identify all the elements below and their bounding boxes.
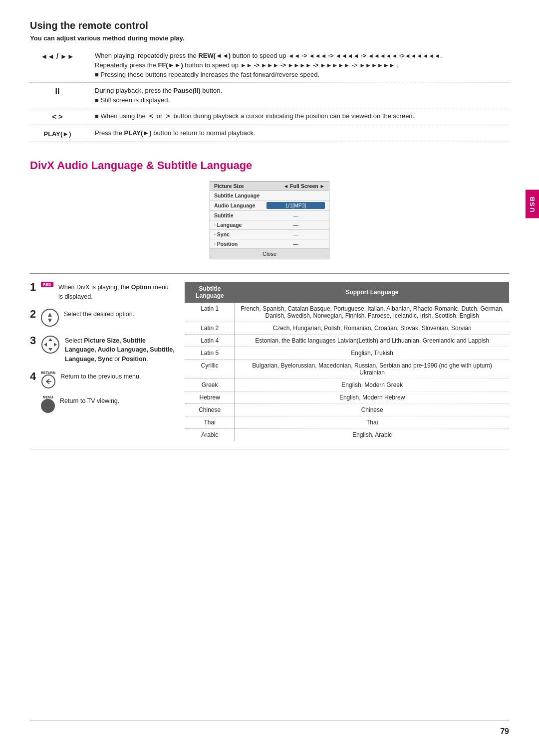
remote-section-subtitle: You can adjust various method during mov…	[30, 34, 509, 42]
pause-line2: ■ Still screen is displayed.	[95, 96, 504, 104]
picture-size-value: ◄ Full Screen ►	[283, 183, 325, 189]
language-label: · Language	[214, 222, 267, 228]
table-row: ◄◄ / ►► When playing, repeatedly press t…	[30, 48, 509, 83]
remote-section: Using the remote control You can adjust …	[30, 20, 509, 142]
svg-marker-7	[48, 348, 52, 351]
subtitle-lang-cell: Greek	[185, 379, 235, 391]
pause-desc: During playback, press the Pause(II) but…	[85, 83, 509, 108]
lang-table-row: Latin 5English, Trukish	[185, 347, 509, 360]
divx-menu-language-row: · Language —	[210, 220, 329, 230]
subtitle-lang-cell: Hebrew	[185, 391, 235, 404]
step-3-icon	[41, 335, 60, 356]
lr-line1: ■ When using the < or > button during pl…	[95, 112, 504, 120]
step-1-number: 1	[30, 282, 38, 293]
subtitle-lang-cell: Latin 1	[185, 303, 235, 322]
step-3-row: 3 Select Picture Size, Subtitle Lang	[30, 335, 175, 364]
play-icon: PLAY(►)	[43, 130, 71, 138]
subtitle-lang-cell: Arabic	[185, 429, 235, 441]
rew-ff-icon: ◄◄ / ►►	[40, 52, 74, 60]
support-lang-cell: Czech, Hungarian, Polish, Romanian, Croa…	[235, 322, 509, 335]
pause-line1: During playback, press the Pause(II) but…	[95, 87, 504, 94]
up-down-nav-icon	[41, 309, 59, 327]
lang-table-row: ArabicEnglish, Arabic	[185, 429, 509, 441]
divx-menu-sync-row: · Sync —	[210, 230, 329, 239]
play-desc: Press the PLAY(►) button to return to no…	[85, 125, 509, 142]
divx-menu-box: Picture Size ◄ Full Screen ► Subtitle La…	[210, 181, 329, 259]
divx-menu-header: Picture Size ◄ Full Screen ►	[210, 182, 329, 191]
table-row: < > ■ When using the < or > button durin…	[30, 108, 509, 125]
menu-label: MENU	[43, 395, 53, 399]
divx-menu-audio-lang-row: Audio Language 1/1[MP3]	[210, 200, 329, 211]
support-lang-cell: English, Modern Greek	[235, 379, 509, 391]
support-lang-cell: French, Spanish, Catalan Basque, Portugu…	[235, 303, 509, 322]
step-4-icon: RETURN	[41, 371, 55, 388]
lang-table-row: Latin 2Czech, Hungarian, Polish, Romania…	[185, 322, 509, 335]
lang-table-row: ThaiThai	[185, 416, 509, 429]
step-2-row: 2 Select the desired option.	[30, 309, 175, 328]
lr-desc: ■ When using the < or > button during pl…	[85, 108, 509, 125]
play-icon-cell: PLAY(►)	[30, 125, 85, 142]
language-support-table: Subtitle Language Support Language Latin…	[185, 282, 509, 441]
audio-lang-value: 1/1[MP3]	[267, 202, 325, 209]
step-1-text: When DivX is playing, the Option menu is…	[58, 282, 175, 302]
dpad-icon	[41, 335, 60, 354]
lang-table-row: ChineseChinese	[185, 404, 509, 416]
lang-table-row: HebrewEnglish, Modern Hebrew	[185, 391, 509, 404]
position-value: —	[267, 241, 325, 247]
usb-sidebar-label: USB	[526, 189, 539, 218]
step-4-num-icon: 4 RETURN	[30, 371, 55, 388]
lr-icon-cell: < >	[30, 108, 85, 125]
step-1-icon: RED	[41, 282, 53, 287]
step-2-number: 2	[30, 309, 38, 320]
svg-marker-5	[54, 343, 57, 347]
bottom-divider	[30, 721, 509, 721]
support-lang-cell: English, Arabic	[235, 429, 509, 441]
svg-point-0	[41, 309, 58, 326]
support-lang-header: Support Language	[235, 282, 509, 303]
rew-ff-line2: Repeatedly press the FF(►►) button to sp…	[95, 61, 504, 69]
divx-menu-subtitle-lang-row: Subtitle Language	[210, 191, 329, 200]
svg-marker-6	[48, 338, 52, 341]
svg-marker-1	[48, 313, 52, 317]
step-3-number: 3	[30, 335, 38, 346]
step-5-num-icon: 5 MENU	[30, 395, 55, 413]
divx-menu-close[interactable]: Close	[210, 249, 329, 259]
support-lang-cell: Chinese	[235, 404, 509, 416]
step-1-num-icon: 1 RED	[30, 282, 53, 293]
subtitle-lang-cell: Chinese	[185, 404, 235, 416]
step-5-icon: MENU	[41, 395, 55, 413]
return-button-icon	[41, 375, 55, 388]
remote-control-table: ◄◄ / ►► When playing, repeatedly press t…	[30, 48, 509, 142]
subtitle-lang-cell: Latin 2	[185, 322, 235, 335]
divx-section: DivX Audio Language & Subtitle Language …	[30, 154, 509, 449]
page-number: 79	[500, 727, 509, 736]
lr-arrows-icon: < >	[52, 112, 63, 121]
support-lang-cell: English, Trukish	[235, 347, 509, 360]
subtitle-lang-header: Subtitle Language	[185, 282, 235, 303]
lang-table-row: GreekEnglish, Modern Greek	[185, 379, 509, 391]
step-2-num-icon: 2	[30, 309, 59, 328]
step-3-text: Select Picture Size, Subtitle Language, …	[65, 335, 175, 364]
position-label: · Position	[214, 241, 267, 247]
divx-menu-position-row: · Position —	[210, 239, 329, 249]
svg-marker-4	[44, 343, 47, 347]
sync-value: —	[267, 231, 325, 237]
remote-section-title: Using the remote control	[30, 20, 509, 31]
support-lang-cell: Thai	[235, 416, 509, 429]
step-4-row: 4 RETURN Return to the previous menu.	[30, 371, 175, 388]
red-button-icon: RED	[41, 282, 53, 287]
support-lang-cell: Bulgarian, Byelorussian, Macedonian, Rus…	[235, 360, 509, 379]
rew-ff-line1: When playing, repeatedly press the REW(◄…	[95, 52, 504, 59]
divx-menu-area: Picture Size ◄ Full Screen ► Subtitle La…	[30, 181, 509, 259]
subtitle-lang-cell: Thai	[185, 416, 235, 429]
step-2-icon	[41, 309, 59, 328]
support-lang-cell: Estonian, the Baltic languages Latvian(L…	[235, 335, 509, 347]
step-3-num-icon: 3	[30, 335, 60, 356]
language-value: —	[267, 222, 325, 228]
step-4-number: 4	[30, 371, 38, 382]
rew-ff-line3: ■ Pressing these buttons repeatedly incr…	[95, 71, 504, 78]
lang-table-row: Latin 4Estonian, the Baltic languages La…	[185, 335, 509, 347]
return-label: RETURN	[41, 371, 55, 375]
subtitle-lang-cell: Cyrillic	[185, 360, 235, 379]
sync-label: · Sync	[214, 231, 267, 237]
